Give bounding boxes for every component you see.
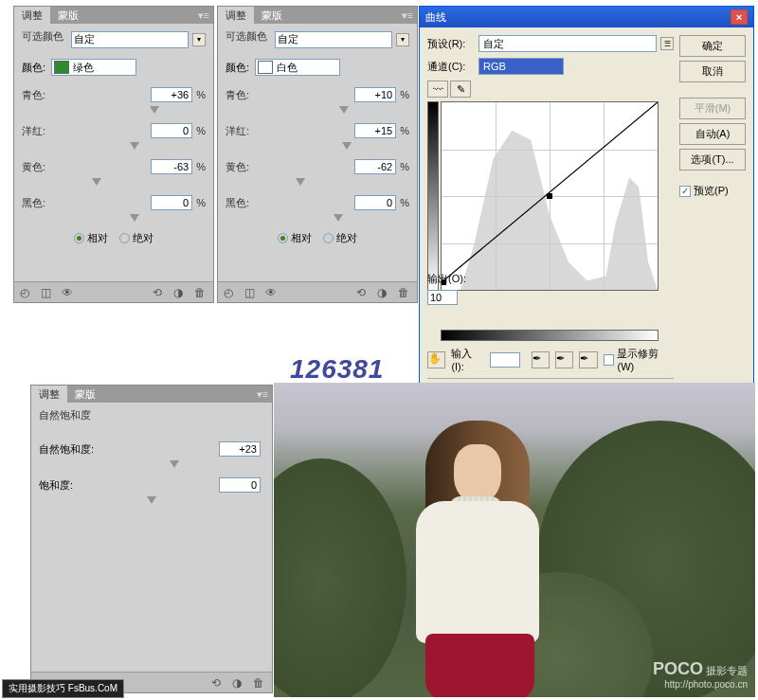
smooth-button[interactable]: 平滑(M)	[679, 98, 746, 119]
preset-menu-icon[interactable]: ▾	[396, 33, 409, 46]
clip-icon[interactable]: ◑	[232, 676, 245, 690]
source-badge: 实用摄影技巧 FsBus.CoM	[2, 679, 124, 698]
preset-menu-icon[interactable]: ▾	[192, 33, 206, 46]
preset-select[interactable]: 自定	[71, 31, 189, 48]
selective-color-panel-2: 调整 蒙版 ▾≡ 可选颜色自定▾ 颜色:白色 青色:% 洋红:% 黄色:% 黑色…	[217, 6, 418, 303]
magenta-slider[interactable]	[60, 142, 206, 150]
absolute-radio[interactable]: 绝对	[323, 231, 357, 245]
adjustment-icon[interactable]: ◴	[224, 286, 237, 299]
color-swatch	[54, 61, 69, 74]
preset-select[interactable]: 自定	[275, 31, 392, 48]
tab-adjust[interactable]: 调整	[218, 7, 254, 25]
yellow-slider[interactable]	[263, 178, 409, 186]
trash-icon[interactable]: 🗑	[253, 676, 266, 690]
hand-tool-icon[interactable]: ✋	[427, 351, 445, 368]
curve-tool-icon[interactable]: 〰	[427, 81, 448, 98]
svg-rect-2	[547, 193, 552, 199]
curves-title: 曲线	[425, 10, 446, 25]
curves-dialog: 曲线 × 预设(R):自定☰ 通道(C):RGB 〰✎ 输出(O):	[419, 6, 754, 406]
color-swatch	[258, 61, 273, 74]
tab-adjust[interactable]: 调整	[31, 386, 67, 404]
eye-icon[interactable]: 👁	[265, 286, 279, 299]
grid-icon[interactable]: ◫	[41, 286, 54, 299]
panel-tabs: 调整 蒙版 ▾≡	[218, 7, 417, 24]
adjustment-icon[interactable]: ◴	[20, 286, 33, 299]
cyan-slider[interactable]	[263, 106, 409, 114]
trash-icon[interactable]: 🗑	[194, 286, 208, 299]
output-gradient	[427, 101, 439, 291]
input-input[interactable]	[490, 352, 520, 368]
curves-titlebar[interactable]: 曲线 ×	[420, 7, 753, 27]
preset-select[interactable]: 自定	[478, 35, 657, 52]
panel-menu-icon[interactable]: ▾≡	[198, 9, 209, 22]
person-figure	[369, 411, 539, 695]
cyan-slider[interactable]	[60, 106, 206, 114]
yellow-input[interactable]	[354, 159, 396, 174]
cyan-input[interactable]	[151, 87, 192, 102]
cyan-input[interactable]	[354, 87, 396, 102]
output-input[interactable]	[427, 290, 458, 305]
tab-adjust[interactable]: 调整	[14, 7, 50, 25]
channel-select[interactable]: RGB	[478, 58, 564, 75]
panel-tabs: 调整 蒙版 ▾≡	[14, 7, 213, 24]
trash-icon[interactable]: 🗑	[398, 286, 411, 299]
watermark: POCO 摄影专题 http://photo.poco.cn	[653, 659, 748, 690]
result-photo: POCO 摄影专题 http://photo.poco.cn	[274, 383, 755, 697]
auto-button[interactable]: 自动(A)	[679, 123, 746, 145]
black-input[interactable]	[354, 195, 396, 210]
black-eyedropper-icon[interactable]: ✒	[532, 351, 550, 368]
clip-icon[interactable]: ◑	[173, 286, 187, 299]
panel-menu-icon[interactable]: ▾≡	[257, 388, 268, 401]
magenta-label: 洋红:	[22, 124, 60, 138]
vibrance-input[interactable]	[219, 441, 261, 457]
ok-button[interactable]: 确定	[679, 35, 746, 57]
gray-eyedropper-icon[interactable]: ✒	[555, 351, 573, 368]
yellow-slider[interactable]	[60, 178, 206, 186]
grid-icon[interactable]: ◫	[244, 286, 258, 299]
clip-icon[interactable]: ◑	[377, 286, 390, 299]
color-row: 颜色: 绿色	[22, 59, 206, 76]
panel-footer: ◴◫👁⟲◑🗑	[218, 281, 417, 302]
vibrance-slider[interactable]	[39, 460, 264, 468]
preview-checkbox[interactable]: ✓预览(P)	[679, 184, 746, 198]
eye-icon[interactable]: 👁	[62, 286, 75, 299]
reset-icon[interactable]: ⟲	[356, 286, 370, 299]
magenta-slider[interactable]	[263, 142, 409, 150]
pencil-tool-icon[interactable]: ✎	[450, 81, 471, 98]
options-button[interactable]: 选项(T)...	[679, 149, 746, 171]
color-label: 颜色:	[22, 61, 45, 75]
svg-line-1	[442, 102, 658, 282]
tab-mask[interactable]: 蒙版	[254, 7, 290, 25]
relative-radio[interactable]: 相对	[74, 231, 108, 245]
yellow-label: 黄色:	[22, 160, 60, 174]
saturation-slider[interactable]	[39, 496, 264, 504]
color-name: 绿色	[73, 61, 94, 75]
color-select[interactable]: 绿色	[51, 59, 136, 76]
reset-icon[interactable]: ⟲	[211, 676, 225, 690]
stamp-text: 126381	[290, 354, 384, 385]
black-slider[interactable]	[60, 214, 206, 222]
close-icon[interactable]: ×	[731, 9, 748, 25]
saturation-input[interactable]	[219, 477, 261, 493]
cyan-label: 青色:	[22, 88, 60, 102]
panel-menu-icon[interactable]: ▾≡	[402, 9, 413, 22]
preset-menu-icon[interactable]: ☰	[660, 37, 674, 50]
magenta-input[interactable]	[151, 123, 192, 138]
show-clipping-checkbox[interactable]: 显示修剪(W)	[604, 347, 674, 372]
yellow-input[interactable]	[151, 159, 192, 174]
cancel-button[interactable]: 取消	[679, 61, 746, 82]
tab-mask[interactable]: 蒙版	[67, 386, 103, 404]
curve-graph[interactable]	[441, 101, 659, 291]
reset-icon[interactable]: ⟲	[153, 286, 166, 299]
panel-footer: ◴ ◫ 👁 ⟲ ◑ 🗑	[14, 281, 213, 302]
black-input[interactable]	[151, 195, 192, 210]
magenta-input[interactable]	[354, 123, 396, 138]
relative-radio[interactable]: 相对	[278, 231, 312, 245]
absolute-radio[interactable]: 绝对	[119, 231, 153, 245]
vibrance-panel: 调整蒙版▾≡ 自然饱和度 自然饱和度: 饱和度: ◴◫👁⟲◑🗑	[30, 385, 273, 693]
white-eyedropper-icon[interactable]: ✒	[579, 351, 597, 368]
input-gradient	[441, 330, 659, 341]
color-select[interactable]: 白色	[255, 59, 340, 76]
black-slider[interactable]	[263, 214, 409, 222]
tab-mask[interactable]: 蒙版	[50, 7, 86, 25]
